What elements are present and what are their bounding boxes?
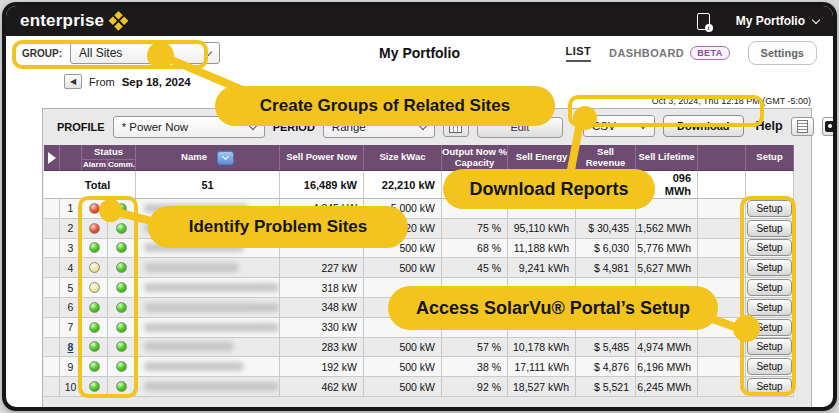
prev-period-button[interactable]: ◀: [64, 74, 82, 89]
setup-button[interactable]: Setup: [747, 200, 791, 217]
name-sort-button[interactable]: [217, 151, 234, 165]
comm-led: [116, 381, 127, 392]
row-arrow-cell: [44, 239, 60, 259]
header-setup: Setup: [746, 145, 794, 171]
cell-blank: [698, 199, 746, 219]
cell-output-now: 68 %: [442, 239, 508, 259]
site-name-redacted: [144, 323, 279, 332]
cell-output-now: 92 %: [442, 377, 508, 397]
settings-button[interactable]: Settings: [748, 41, 817, 65]
cell-blank: [698, 338, 746, 358]
report-info-icon[interactable]: i: [697, 13, 710, 30]
cell-sell-power-now: 330 kW: [280, 318, 364, 338]
site-name-cell[interactable]: [136, 298, 280, 318]
setup-button[interactable]: Setup: [747, 279, 791, 296]
comm-led: [116, 262, 127, 273]
site-name-cell[interactable]: [136, 338, 280, 358]
comm-status-cell: [108, 258, 136, 278]
tab-dashboard[interactable]: DASHBOARD BETA: [609, 46, 730, 60]
row-number: 1: [60, 199, 82, 219]
comm-status-cell: [108, 377, 136, 397]
cell-sell-lifetime: 5,776 MWh: [636, 239, 698, 259]
row-arrow-cell: [44, 298, 60, 318]
cell-setup: Setup: [746, 357, 794, 377]
expand-arrow-icon[interactable]: [44, 145, 60, 171]
setup-button[interactable]: Setup: [747, 220, 791, 237]
setup-button[interactable]: Setup: [747, 239, 791, 256]
site-name-cell[interactable]: [136, 377, 280, 397]
cell-setup: Setup: [746, 258, 794, 278]
tab-list[interactable]: LIST: [566, 45, 591, 62]
setup-button[interactable]: Setup: [747, 299, 791, 316]
help-video-button[interactable]: [822, 117, 837, 136]
comm-status-cell: [108, 318, 136, 338]
cell-setup: Setup: [746, 239, 794, 259]
cell-sell-revenue: $ 5,521: [576, 377, 636, 397]
setup-button[interactable]: Setup: [747, 358, 791, 375]
header-blank: [698, 145, 746, 171]
beta-badge: BETA: [690, 46, 729, 60]
row-arrow-cell: [44, 258, 60, 278]
site-name-cell[interactable]: [136, 357, 280, 377]
portfolio-menu[interactable]: My Portfolio: [736, 14, 819, 28]
cell-size-kwac: 500 kW: [364, 258, 442, 278]
diamond-logo-icon: [108, 10, 129, 31]
setup-button[interactable]: Setup: [747, 338, 791, 355]
site-name-cell[interactable]: [136, 258, 280, 278]
cell-sell-power-now: 318 kW: [280, 278, 364, 298]
video-icon: [825, 121, 837, 132]
cell-sell-lifetime: 5,627 MWh: [636, 258, 698, 278]
callout-download-reports: Download Reports: [443, 169, 655, 209]
cell-setup: Setup: [746, 338, 794, 358]
cell-blank: [698, 258, 746, 278]
cell-blank: [698, 239, 746, 259]
comm-led: [116, 322, 127, 333]
cell-sell-revenue: $ 5,485: [576, 338, 636, 358]
comm-sublabel: Comm.: [108, 160, 135, 170]
row-arrow-cell: [44, 219, 60, 239]
row-number: 4: [60, 258, 82, 278]
comm-status-cell: [108, 338, 136, 358]
setup-button[interactable]: Setup: [747, 378, 791, 395]
header-output: Output Now % Capacity: [442, 145, 508, 171]
profile-label: PROFILE: [57, 121, 105, 133]
table-row: 8 283 kW 500 kW 57 % 10,178 kWh $ 5,485 …: [44, 338, 794, 358]
site-name-cell[interactable]: [136, 278, 280, 298]
download-button[interactable]: Download: [663, 115, 744, 137]
site-name-cell[interactable]: [136, 318, 280, 338]
document-icon: [797, 120, 808, 133]
site-name-redacted: [144, 382, 279, 391]
header-name[interactable]: Name: [136, 145, 280, 171]
cell-setup: Setup: [746, 219, 794, 239]
cell-sell-revenue: $ 4,876: [576, 357, 636, 377]
comm-led: [116, 223, 127, 234]
sites-table: Status Alarm Comm. Name Sell Power Now S…: [44, 145, 794, 397]
help-doc-button[interactable]: [791, 117, 814, 136]
cell-output-now: 45 %: [442, 258, 508, 278]
name-header-label: Name: [181, 152, 207, 162]
comm-led: [116, 341, 127, 352]
row-arrow-cell: [44, 318, 60, 338]
current-timestamp: Oct 3, 2024, Thu 12:18 PM (GMT -5:00): [652, 96, 811, 106]
alarm-status-cell: [82, 278, 108, 298]
comm-led: [116, 302, 127, 313]
row-number: 10: [60, 377, 82, 397]
header-rownum: [60, 145, 82, 171]
cell-blank: [698, 377, 746, 397]
setup-button[interactable]: Setup: [747, 259, 791, 276]
header-status: Status Alarm Comm.: [82, 145, 136, 171]
from-date[interactable]: Sep 18, 2024: [122, 76, 191, 88]
status-label: Status: [94, 147, 123, 157]
cell-sell-energy: 18,527 kWh: [508, 377, 576, 397]
total-size: 22,210 kW: [364, 171, 442, 199]
row-number[interactable]: 8: [60, 338, 82, 358]
tab-dashboard-label: DASHBOARD: [609, 47, 684, 59]
comm-led: [116, 282, 127, 293]
cell-sell-energy: 9,241 kWh: [508, 258, 576, 278]
total-sell-power: 16,489 kW: [280, 171, 364, 199]
cell-sell-energy: 95,110 kWh: [508, 219, 576, 239]
table-row: 4 227 kW 500 kW 45 % 9,241 kWh $ 4,981 5…: [44, 258, 794, 278]
table-row: 10 462 kW 500 kW 92 % 18,527 kWh $ 5,521…: [44, 377, 794, 397]
alarm-status-cell: [82, 318, 108, 338]
callout-create-groups: Create Groups of Related Sites: [215, 86, 555, 126]
